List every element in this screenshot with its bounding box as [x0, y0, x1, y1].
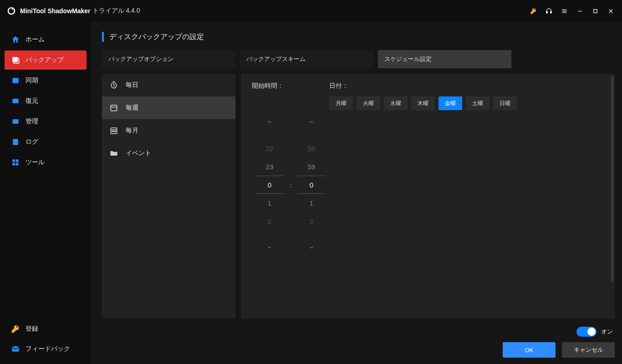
hour-value: 23 — [252, 157, 287, 176]
svg-rect-21 — [111, 105, 117, 111]
day-sun[interactable]: 日曜 — [493, 96, 517, 110]
sidebar-item-restore[interactable]: 復元 — [5, 91, 87, 111]
hour-down-button[interactable] — [252, 242, 287, 253]
tab-backup-options[interactable]: バックアップオプション — [102, 50, 235, 68]
minimize-icon[interactable] — [572, 3, 587, 19]
svg-rect-16 — [16, 159, 19, 162]
freq-label: 毎日 — [126, 81, 138, 89]
sidebar-item-label: ツール — [25, 158, 45, 167]
minute-up-button[interactable] — [294, 116, 329, 127]
freq-weekly[interactable]: 毎週 — [102, 96, 235, 119]
svg-rect-0 — [546, 11, 547, 13]
svg-rect-11 — [12, 78, 18, 83]
backup-icon — [11, 56, 20, 65]
hour-value: 2 — [252, 212, 287, 230]
minute-wheel[interactable]: 58 59 0 1 2 — [294, 139, 329, 230]
footer: オン — [102, 318, 615, 337]
sidebar-item-label: 管理 — [25, 117, 38, 126]
minute-value: 58 — [294, 139, 329, 157]
hour-value: 22 — [252, 139, 287, 157]
calendar-month-icon — [109, 126, 118, 135]
sidebar-item-label: 復元 — [25, 97, 38, 105]
app-title-bold: MiniTool ShadowMaker — [20, 7, 91, 15]
weekday-selector: 月曜 火曜 水曜 木曜 金曜 土曜 日曜 — [329, 96, 604, 110]
tab-schedule-settings[interactable]: スケジュール設定 — [378, 50, 511, 68]
page-title-accent-bar — [102, 32, 104, 42]
svg-rect-1 — [550, 11, 551, 13]
sidebar-item-register[interactable]: 登録 — [5, 319, 87, 339]
hour-value-selected: 0 — [255, 176, 284, 194]
close-icon[interactable] — [603, 3, 618, 19]
main-panel: ディスクバックアップの設定 バックアップオプション バックアップスキーム スケジ… — [91, 22, 622, 364]
hour-value: 1 — [252, 194, 287, 212]
hour-wheel[interactable]: 22 23 0 1 2 — [252, 139, 287, 230]
sidebar-item-sync[interactable]: 同期 — [5, 71, 87, 90]
svg-rect-13 — [12, 119, 18, 124]
hamburger-menu-icon[interactable] — [556, 3, 572, 19]
freq-daily[interactable]: 毎日 — [102, 74, 235, 96]
sidebar-item-backup[interactable]: バックアップ — [5, 51, 87, 70]
date-label: 日付： — [329, 82, 348, 90]
page-title-row: ディスクバックアップの設定 — [102, 32, 615, 42]
tab-backup-scheme[interactable]: バックアップスキーム — [240, 50, 373, 68]
freq-label: イベント — [126, 149, 151, 157]
svg-rect-12 — [12, 99, 18, 103]
svg-rect-14 — [13, 139, 18, 145]
hour-up-button[interactable] — [252, 116, 287, 127]
frequency-list: 毎日 毎週 毎月 イベント — [102, 74, 235, 318]
day-tue[interactable]: 火曜 — [357, 96, 380, 110]
svg-point-26 — [113, 131, 114, 132]
restore-icon — [11, 96, 20, 106]
svg-point-25 — [112, 131, 113, 132]
tools-icon — [11, 158, 20, 167]
page-title: ディスクバックアップの設定 — [109, 32, 204, 42]
freq-event[interactable]: イベント — [102, 142, 235, 165]
day-fri[interactable]: 金曜 — [438, 96, 462, 110]
day-wed[interactable]: 水曜 — [384, 96, 408, 110]
maximize-icon[interactable] — [587, 3, 603, 19]
upgrade-key-icon[interactable] — [525, 3, 541, 19]
svg-point-27 — [115, 131, 116, 132]
detail-scrollbar[interactable] — [611, 76, 614, 282]
minute-value-selected: 0 — [297, 176, 326, 194]
clock-icon — [109, 81, 118, 90]
calendar-week-icon — [109, 103, 118, 112]
feedback-mail-icon — [11, 344, 20, 354]
freq-monthly[interactable]: 毎月 — [102, 119, 235, 142]
svg-rect-15 — [12, 159, 15, 162]
minute-down-button[interactable] — [294, 242, 329, 253]
freq-label: 毎月 — [126, 126, 138, 135]
sidebar-item-manage[interactable]: 管理 — [5, 112, 87, 131]
app-title-rest: トライアル 4.4.0 — [92, 7, 140, 15]
cancel-button[interactable]: キャンセル — [562, 342, 615, 358]
title-bar: MiniTool ShadowMaker トライアル 4.4.0 — [0, 0, 622, 22]
svg-rect-17 — [12, 163, 15, 166]
headset-icon[interactable] — [541, 3, 556, 19]
svg-rect-18 — [16, 163, 19, 166]
home-icon — [11, 35, 20, 44]
sync-icon — [11, 76, 20, 85]
folder-icon — [109, 149, 118, 158]
sidebar-item-label: バックアップ — [25, 56, 64, 64]
minute-value: 2 — [294, 212, 329, 230]
day-sat[interactable]: 土曜 — [466, 96, 489, 110]
sidebar-item-feedback[interactable]: フィードバック — [5, 339, 87, 359]
sidebar-item-label: 同期 — [25, 76, 38, 85]
sidebar-item-log[interactable]: ログ — [5, 132, 87, 152]
day-thu[interactable]: 木曜 — [411, 96, 435, 110]
sidebar-item-label: フィードバック — [25, 345, 70, 353]
schedule-detail-panel: 開始時間： 日付： 月曜 火曜 水曜 木曜 金曜 土曜 日曜 — [241, 74, 615, 318]
sidebar-item-label: ホーム — [25, 35, 45, 44]
sidebar-item-label: ログ — [25, 138, 38, 146]
sidebar-item-home[interactable]: ホーム — [5, 30, 87, 49]
time-colon: : — [287, 181, 294, 189]
schedule-enable-toggle[interactable] — [576, 327, 597, 337]
sidebar-item-tools[interactable]: ツール — [5, 153, 87, 172]
ok-button[interactable]: OK — [503, 342, 556, 358]
manage-icon — [11, 117, 20, 126]
day-mon[interactable]: 月曜 — [329, 96, 353, 110]
app-logo-icon — [6, 6, 16, 16]
sidebar-item-label: 登録 — [25, 325, 38, 333]
register-key-icon — [11, 324, 20, 334]
minute-value: 59 — [294, 157, 329, 176]
